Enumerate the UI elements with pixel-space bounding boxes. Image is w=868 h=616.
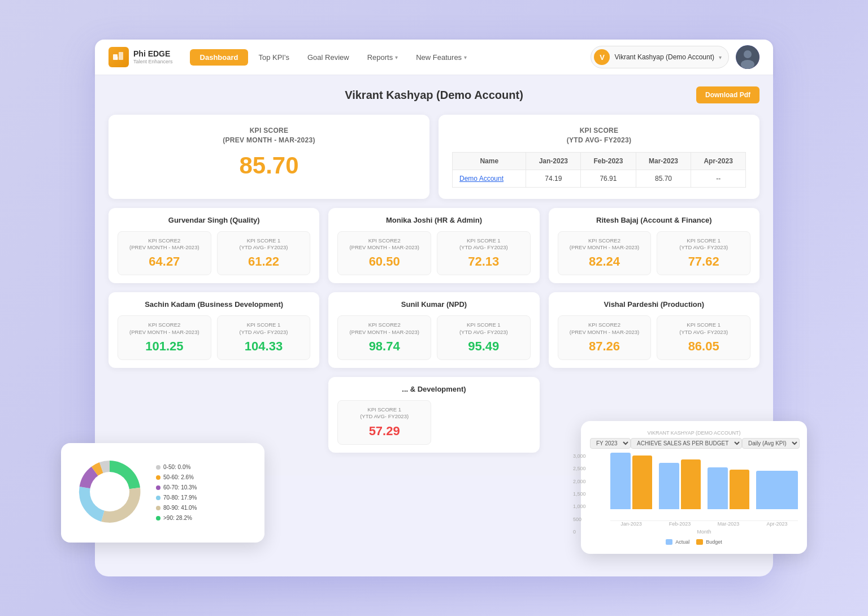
emp-kpi2-label: KPI SCORE2(PREV MONTH - MAR-2023) [123, 322, 206, 336]
donut-legend: 0-50: 0.0% 50-60: 2.6% 60-70: 10.3% 70-8… [156, 462, 197, 523]
emp-kpi1-score: 77.62 [662, 254, 745, 269]
dashboard-nav-button[interactable]: Dashboard [190, 49, 249, 66]
svg-rect-2 [116, 57, 118, 60]
bar-group-mar [708, 467, 749, 509]
user-avatar-small: V [594, 49, 610, 65]
download-pdf-button[interactable]: Download Pdf [696, 86, 760, 103]
logo-text: Phi EDGE Talent Enhancers [133, 50, 173, 64]
employee-section: Ritesh Bajaj (Account & Finance)KPI SCOR… [549, 208, 760, 284]
bar-group-jan [610, 453, 652, 509]
ytd-row-feb: 76.91 [581, 170, 636, 187]
profile-avatar[interactable] [736, 45, 760, 69]
emp-kpi1-label: KPI SCORE 1(YTD AVG- FY2023) [222, 322, 306, 336]
partial-kpi1-score: 57.29 [342, 424, 426, 439]
page-header: Vikrant Kashyap (Demo Account) Download … [108, 86, 760, 103]
emp-kpi2-score: 60.50 [342, 254, 426, 269]
main-content: Vikrant Kashyap (Demo Account) Download … [95, 75, 773, 475]
ytd-row-apr: -- [691, 170, 746, 187]
emp-kpi2-card: KPI SCORE2(PREV MONTH - MAR-2023) 87.26 [558, 315, 652, 360]
reports-nav-link[interactable]: Reports ▾ [359, 49, 406, 66]
legend-orange: Budget [696, 539, 722, 545]
ytd-row-name[interactable]: Demo Account [453, 170, 526, 187]
bar-jan-orange [632, 456, 653, 509]
legend-item-70-80: 70-80: 17.9% [156, 493, 197, 503]
emp-kpi2-score: 82.24 [563, 254, 646, 269]
employee-grid-row2: Sachin Kadam (Business Development)KPI S… [108, 292, 760, 368]
legend-item-60-70: 60-70: 10.3% [156, 483, 197, 493]
emp-kpi2-score: 87.26 [563, 339, 646, 354]
emp-kpi2-score: 101.25 [123, 339, 206, 354]
employee-section: Sachin Kadam (Business Development)KPI S… [108, 292, 319, 368]
emp-kpi1-score: 104.33 [222, 339, 306, 354]
emp-kpi1-score: 86.05 [662, 339, 745, 354]
month-label-mar: Mar-2023 [708, 521, 749, 527]
employee-kpis: KPI SCORE2(PREV MONTH - MAR-2023) 64.27K… [118, 231, 310, 276]
bar-chart-legend: Actual Budget [590, 539, 798, 545]
donut-chart-card: 0-50: 0.0% 50-60: 2.6% 60-70: 10.3% 70-8… [61, 443, 264, 543]
emp-kpi1-card: KPI SCORE 1(YTD AVG- FY2023) 104.33 [217, 315, 311, 360]
emp-kpi1-label: KPI SCORE 1(YTD AVG- FY2023) [662, 322, 745, 336]
employee-name: Ritesh Bajaj (Account & Finance) [558, 216, 750, 224]
donut-chart [70, 452, 149, 533]
donut-container: 0-50: 0.0% 50-60: 2.6% 60-70: 10.3% 70-8… [70, 452, 255, 533]
fy-select[interactable]: FY 2023 [590, 438, 631, 449]
top-kpis-nav-link[interactable]: Top KPI's [250, 49, 297, 66]
bar-chart-area [610, 453, 798, 521]
emp-kpi2-card: KPI SCORE2(PREV MONTH - MAR-2023) 82.24 [558, 231, 652, 276]
view-select[interactable]: Daily (Avg KPI) [742, 438, 800, 449]
logo-icon [108, 47, 129, 67]
emp-kpi1-score: 72.13 [442, 254, 526, 269]
bar-chart-controls: FY 2023 ACHIEVE SALES AS PER BUDGET Dail… [590, 438, 798, 449]
legend-blue: Actual [666, 539, 689, 545]
new-features-chevron-icon: ▾ [464, 54, 467, 60]
ytd-row-jan: 74.19 [526, 170, 581, 187]
emp-kpi2-label: KPI SCORE2(PREV MONTH - MAR-2023) [563, 237, 646, 251]
emp-kpi2-score: 98.74 [342, 339, 426, 354]
bar-mar-orange [730, 470, 750, 509]
emp-kpi2-score: 64.27 [123, 254, 206, 269]
y-axis-labels: 3,000 2,500 2,000 1,500 1,000 500 0 [573, 453, 586, 535]
top-kpi-row: KPI SCORE(PREV MONTH - MAR-2023) 85.70 K… [108, 115, 760, 199]
bar-group-feb [659, 459, 701, 509]
partial-kpi1-label: KPI SCORE 1(YTD AVG- FY2023) [342, 406, 426, 420]
bar-chart-title: VIKRANT KASHYAP (DEMO ACCOUNT) [590, 430, 798, 436]
partial-kpi1-card: KPI SCORE 1(YTD AVG- FY2023) 57.29 [337, 400, 431, 445]
employee-section: Gurvendar Singh (Quality)KPI SCORE2(PREV… [108, 208, 319, 284]
table-row: Demo Account 74.19 76.91 85.70 -- [453, 170, 746, 187]
ytd-col-feb: Feb-2023 [581, 152, 636, 170]
main-container: Phi EDGE Talent Enhancers Dashboard Top … [95, 40, 773, 576]
employee-name: Vishal Pardeshi (Production) [558, 300, 750, 309]
main-kpi-ytd-card: KPI SCORE(YTD AVG- FY2023) Name Jan-2023… [439, 115, 760, 199]
emp-kpi1-label: KPI SCORE 1(YTD AVG- FY2023) [442, 322, 526, 336]
emp-kpi2-label: KPI SCORE2(PREV MONTH - MAR-2023) [342, 237, 426, 251]
month-label-apr: Apr-2023 [756, 521, 798, 527]
employee-section: Sunil Kumar (NPD)KPI SCORE2(PREV MONTH -… [328, 292, 539, 368]
svg-point-4 [744, 50, 752, 58]
emp-kpi2-label: KPI SCORE2(PREV MONTH - MAR-2023) [563, 322, 646, 336]
navbar: Phi EDGE Talent Enhancers Dashboard Top … [95, 40, 773, 75]
svg-point-6 [90, 472, 129, 511]
employee-name: Gurvendar Singh (Quality) [118, 216, 310, 224]
month-label-jan: Jan-2023 [610, 521, 652, 527]
goal-review-nav-link[interactable]: Goal Review [300, 49, 357, 66]
kpi-select[interactable]: ACHIEVE SALES AS PER BUDGET [631, 438, 742, 449]
user-badge[interactable]: V Vikrant Kashyap (Demo Account) ▾ [591, 46, 729, 68]
user-dropdown-chevron-icon: ▾ [719, 54, 722, 60]
bar-jan-blue [610, 453, 631, 509]
logo-title: Phi EDGE [133, 50, 173, 58]
user-name-display: Vikrant Kashyap (Demo Account) [614, 53, 714, 61]
main-kpi-prev-month-score: 85.70 [122, 152, 416, 179]
reports-chevron-icon: ▾ [395, 54, 398, 60]
emp-kpi2-card: KPI SCORE2(PREV MONTH - MAR-2023) 60.50 [337, 231, 431, 276]
new-features-nav-link[interactable]: New Features ▾ [408, 49, 475, 66]
employee-kpis: KPI SCORE2(PREV MONTH - MAR-2023) 82.24K… [558, 231, 750, 276]
svg-point-5 [741, 60, 754, 69]
emp-kpi1-card: KPI SCORE 1(YTD AVG- FY2023) 72.13 [437, 231, 531, 276]
bar-month-labels: Jan-2023 Feb-2023 Mar-2023 Apr-2023 [610, 521, 798, 527]
bar-feb-orange [681, 459, 701, 509]
bar-feb-blue [659, 463, 679, 509]
employee-name: Monika Joshi (HR & Admin) [337, 216, 530, 224]
partial-employee-section: ... & Development) KPI SCORE 1(YTD AVG- … [328, 377, 539, 453]
employee-name: Sachin Kadam (Business Development) [118, 300, 310, 309]
employee-kpis: KPI SCORE2(PREV MONTH - MAR-2023) 101.25… [118, 315, 310, 360]
